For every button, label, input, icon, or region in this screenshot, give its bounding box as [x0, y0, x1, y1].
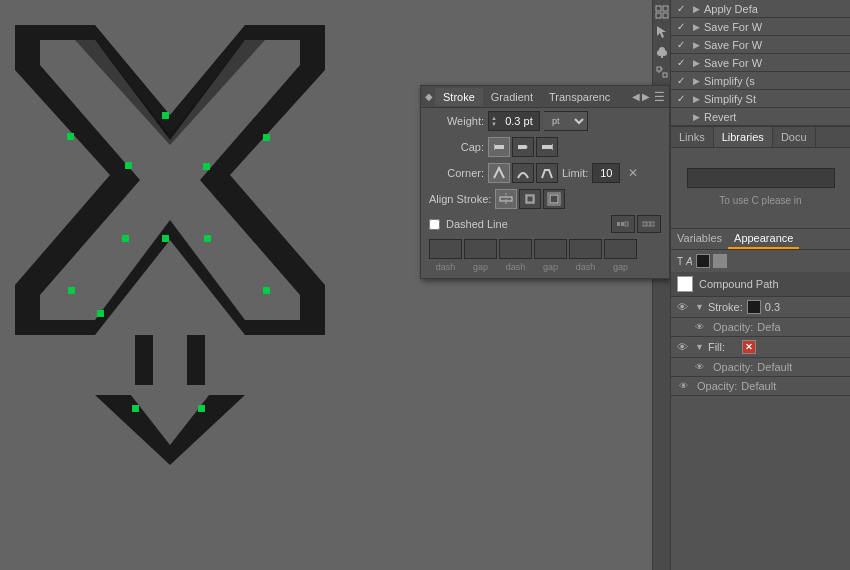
svg-point-29	[659, 47, 665, 53]
cap-round-button[interactable]	[512, 137, 534, 157]
stroke-panel-tabs: ◆ Stroke Gradient Transparenc ◀ ▶ ☰	[421, 86, 669, 108]
stroke-opacity-eye[interactable]: 👁	[695, 322, 709, 332]
svg-rect-30	[661, 55, 663, 58]
anchor-point	[97, 310, 104, 317]
lib-content: To use C please in	[671, 148, 850, 228]
action-item-save1[interactable]: ✓ ▶ Save For W	[671, 18, 850, 36]
fill-color-swatch[interactable]: ✕	[742, 340, 756, 354]
letter-graphic: .x-outer { fill: #1a1a1a; stroke: #000; …	[5, 15, 335, 472]
arrow-icon: ▶	[693, 58, 700, 68]
align-inside-button[interactable]	[519, 189, 541, 209]
panel-menu-icon[interactable]: ☰	[654, 90, 665, 104]
resize-icon[interactable]	[654, 64, 670, 80]
check-icon: ✓	[677, 39, 689, 50]
arrow-icon: ▶	[693, 40, 700, 50]
fill-opacity-label: Opacity:	[713, 361, 753, 373]
stroke-opacity-value: Defa	[757, 321, 780, 333]
arrow-icon: ▶	[693, 112, 700, 122]
scroll-right-icon[interactable]: ▶	[642, 91, 650, 102]
corner-round-button[interactable]	[512, 163, 534, 183]
corner-label: Corner:	[429, 167, 484, 179]
svg-rect-22	[656, 6, 661, 11]
tab-links[interactable]: Links	[671, 127, 714, 147]
fill-expand-arrow[interactable]: ▼	[695, 342, 704, 352]
tab-variables[interactable]: Variables	[671, 229, 728, 249]
dash1-input[interactable]	[429, 239, 462, 259]
gap2-input[interactable]	[534, 239, 567, 259]
gap3-label: gap	[604, 262, 637, 272]
weight-spin[interactable]: ▲ ▼	[489, 114, 499, 128]
gap3-input[interactable]	[604, 239, 637, 259]
limit-input[interactable]	[592, 163, 620, 183]
text-italic-icon[interactable]: A	[686, 256, 693, 267]
anchor-point	[125, 162, 132, 169]
check-icon: ✓	[677, 75, 689, 86]
stroke-color-swatch[interactable]	[747, 300, 761, 314]
tab-gradient[interactable]: Gradient	[483, 88, 541, 106]
dashed-checkbox[interactable]	[429, 219, 440, 230]
corner-miter-button[interactable]	[488, 163, 510, 183]
club-icon[interactable]	[654, 44, 670, 60]
gap1-input[interactable]	[464, 239, 497, 259]
action-item-save3[interactable]: ✓ ▶ Save For W	[671, 54, 850, 72]
stroke-visibility-icon[interactable]: 👁	[677, 301, 691, 313]
action-item-simplify1[interactable]: ✓ ▶ Simplify (s	[671, 72, 850, 90]
action-save1-label: Save For W	[704, 21, 844, 33]
fill-prop-label: Fill:	[708, 341, 738, 353]
check-icon: ✓	[677, 93, 689, 104]
bottom-opacity-value: Default	[741, 380, 776, 392]
anchor-point	[122, 235, 129, 242]
panel-collapse-icon[interactable]: ◆	[425, 91, 433, 102]
action-item-simplify2[interactable]: ✓ ▶ Simplify St	[671, 90, 850, 108]
action-item-revert[interactable]: ▶ Revert	[671, 108, 850, 126]
tab-stroke[interactable]: Stroke	[435, 88, 483, 106]
dash2-input[interactable]	[499, 239, 532, 259]
fill-visibility-icon[interactable]: 👁	[677, 341, 691, 353]
scroll-left-icon[interactable]: ◀	[632, 91, 640, 102]
tab-document[interactable]: Docu	[773, 127, 816, 147]
action-save3-label: Save For W	[704, 57, 844, 69]
action-save2-label: Save For W	[704, 39, 844, 51]
anchor-point	[162, 112, 169, 119]
tab-appearance[interactable]: Appearance	[728, 229, 799, 249]
corner-bevel-button[interactable]	[536, 163, 558, 183]
arrow-icon: ▶	[693, 22, 700, 32]
action-item-apply[interactable]: ✓ ▶ Apply Defa	[671, 0, 850, 18]
compound-path-row: Compound Path	[671, 272, 850, 297]
arrow-icon: ▶	[693, 4, 700, 14]
tab-libraries[interactable]: Libraries	[714, 127, 773, 147]
dash3-input[interactable]	[569, 239, 602, 259]
anchor-point	[203, 163, 210, 170]
cap-square-button[interactable]	[536, 137, 558, 157]
tab-transparency[interactable]: Transparenc	[541, 88, 618, 106]
cursor-icon[interactable]	[654, 24, 670, 40]
check-icon: ✓	[677, 57, 689, 68]
canvas-area: .x-outer { fill: #1a1a1a; stroke: #000; …	[0, 0, 670, 570]
svg-rect-6	[494, 144, 495, 150]
stroke-expand-arrow[interactable]: ▼	[695, 302, 704, 312]
gap2-label: gap	[534, 262, 567, 272]
app-fill-row: 👁 ▼ Fill: ✕	[671, 337, 850, 358]
anchor-point	[263, 134, 270, 141]
corner-row: Corner: Limit: ✕	[421, 160, 669, 186]
align-stroke-row: Align Stroke:	[421, 186, 669, 212]
text-t-icon[interactable]: T	[677, 256, 683, 267]
cap-butt-button[interactable]	[488, 137, 510, 157]
bottom-opacity-label: Opacity:	[697, 380, 737, 392]
weight-input-group: ▲ ▼	[488, 111, 540, 131]
fill-opacity-eye[interactable]: 👁	[695, 362, 709, 372]
bottom-opacity-eye[interactable]: 👁	[679, 381, 693, 391]
limit-close-button[interactable]: ✕	[628, 166, 638, 180]
weight-input[interactable]	[499, 112, 539, 130]
weight-unit-select[interactable]: pt px mm	[544, 111, 588, 131]
dashed-align-dashes-icon[interactable]	[637, 215, 661, 233]
action-item-save2[interactable]: ✓ ▶ Save For W	[671, 36, 850, 54]
color-box-dark[interactable]	[696, 254, 710, 268]
dashed-adjust-corner-icon[interactable]	[611, 215, 635, 233]
grid-icon[interactable]	[654, 4, 670, 20]
color-box-light[interactable]	[713, 254, 727, 268]
lib-search-input[interactable]	[687, 168, 835, 188]
align-outside-button[interactable]	[543, 189, 565, 209]
align-center-button[interactable]	[495, 189, 517, 209]
bottom-opacity-row: 👁 Opacity: Default	[671, 377, 850, 396]
